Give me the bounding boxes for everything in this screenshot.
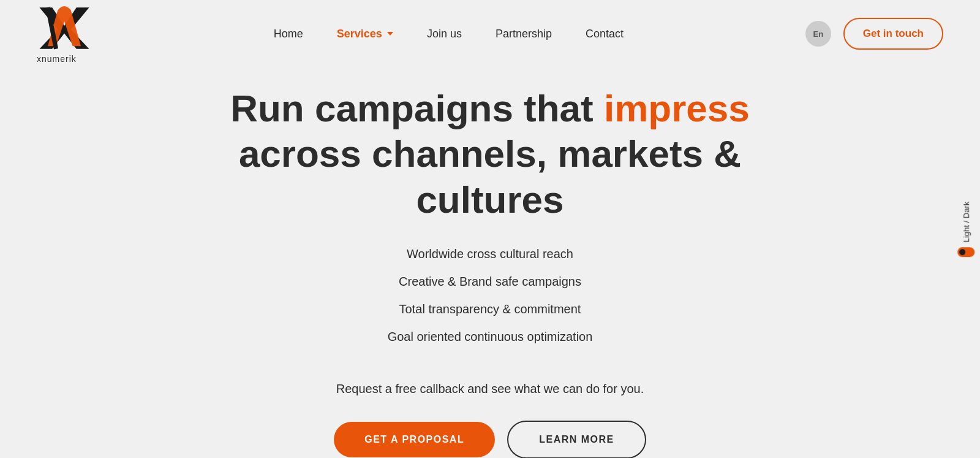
- nav-services-link[interactable]: Services: [337, 28, 393, 40]
- get-proposal-button[interactable]: GET A PROPOSAL: [334, 422, 495, 457]
- headline-highlight: impress: [604, 87, 750, 129]
- headline-part3: cultures: [416, 178, 564, 221]
- nav-joinus[interactable]: Join us: [427, 28, 462, 40]
- language-button[interactable]: En: [805, 21, 831, 47]
- logo-icon: [37, 4, 92, 53]
- navbar: xnumerik Home Services Join us Partnersh…: [0, 0, 980, 67]
- cta-buttons: GET A PROPOSAL LEARN MORE: [334, 421, 646, 458]
- feature-4: Goal oriented continuous optimization: [388, 330, 593, 344]
- nav-links: Home Services Join us Partnership Contac…: [274, 28, 624, 40]
- nav-contact[interactable]: Contact: [586, 28, 624, 40]
- theme-toggle[interactable]: Light / Dark: [957, 201, 974, 256]
- nav-contact-link[interactable]: Contact: [586, 28, 624, 40]
- feature-1: Worldwide cross cultural reach: [388, 247, 593, 261]
- brand-name: xnumerik: [37, 54, 77, 64]
- nav-partnership[interactable]: Partnership: [496, 28, 552, 40]
- nav-home[interactable]: Home: [274, 28, 303, 40]
- nav-joinus-link[interactable]: Join us: [427, 28, 462, 40]
- hero-headline: Run campaigns that impress across channe…: [230, 86, 750, 223]
- headline-part1: Run campaigns that: [230, 87, 604, 129]
- toggle-icon: [957, 247, 974, 257]
- theme-toggle-label: Light / Dark: [961, 201, 970, 242]
- hero-section: Run campaigns that impress across channe…: [0, 67, 980, 458]
- hero-subtitle: Request a free callback and see what we …: [336, 382, 644, 396]
- nav-partnership-link[interactable]: Partnership: [496, 28, 552, 40]
- feature-3: Total transparency & commitment: [388, 302, 593, 316]
- learn-more-button[interactable]: LEARN MORE: [507, 421, 646, 458]
- nav-home-link[interactable]: Home: [274, 28, 303, 40]
- feature-2: Creative & Brand safe campaigns: [388, 275, 593, 289]
- logo-area[interactable]: xnumerik: [37, 4, 92, 64]
- headline-part2: across channels, markets &: [239, 132, 741, 175]
- nav-services[interactable]: Services: [337, 28, 393, 40]
- get-in-touch-button[interactable]: Get in touch: [843, 18, 943, 50]
- nav-right: En Get in touch: [805, 18, 943, 50]
- chevron-down-icon: [387, 32, 393, 36]
- hero-features-list: Worldwide cross cultural reach Creative …: [388, 247, 593, 357]
